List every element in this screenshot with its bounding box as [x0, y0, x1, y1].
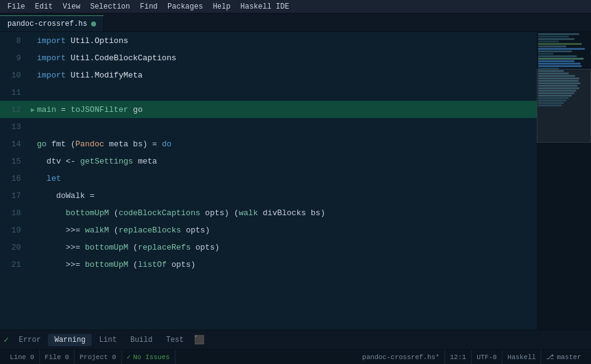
code-line: 17 doWalk =: [0, 187, 537, 204]
line-content: >>= bottomUpM (replaceRefs opts): [34, 243, 537, 252]
tab-modified-dot: [91, 22, 96, 26]
minimap-line: [538, 63, 581, 65]
editor-tab[interactable]: pandoc-crossref.hs: [0, 15, 104, 31]
status-position: 12:1: [445, 350, 472, 364]
line-number: 21: [0, 260, 31, 269]
code-line: 13: [0, 118, 537, 135]
status-issues-label: No Issues: [133, 354, 169, 361]
panel-folder-icon[interactable]: ⬛: [194, 334, 204, 345]
minimap-line: [538, 33, 579, 35]
panel-tab-lint[interactable]: Lint: [93, 334, 123, 346]
line-number: 18: [0, 208, 31, 218]
minimap-line: [538, 65, 582, 67]
line-content: bottomUpM (codeBlockCaptions opts) (walk…: [34, 208, 537, 218]
line-content: import Util.Options: [34, 36, 537, 46]
line-content: >>= bottomUpM (listOf opts): [34, 260, 537, 269]
menu-help[interactable]: Help: [208, 1, 236, 12]
line-content: main = toJSONFilter go: [34, 105, 537, 114]
menu-bar: File Edit View Selection Find Packages H…: [0, 0, 591, 14]
menu-find[interactable]: Find: [135, 1, 163, 12]
line-number: 9: [0, 53, 31, 63]
code-line: 16 let: [0, 170, 537, 187]
line-number: 13: [0, 122, 31, 132]
line-content: doWalk =: [34, 191, 537, 200]
minimap-line: [538, 46, 566, 47]
code-lines: 8import Util.Options9import Util.CodeBlo…: [0, 32, 537, 273]
git-icon: ⎇: [546, 353, 554, 361]
line-content: >>= walkM (replaceBlocks opts): [34, 226, 537, 235]
status-filename: pandoc-crossref.hs*: [357, 350, 444, 364]
minimap-viewport[interactable]: [537, 69, 591, 143]
status-encoding: UTF-8: [472, 350, 502, 364]
minimap-line: [538, 55, 577, 57]
code-line: 11: [0, 84, 537, 101]
status-language: Haskell: [502, 350, 541, 364]
status-project[interactable]: Project 0: [74, 350, 121, 364]
code-line: 14go fmt (Pandoc meta bs) = do: [0, 135, 537, 152]
minimap-line: [538, 60, 574, 62]
panel-checkmark-icon: ✓: [4, 334, 9, 345]
minimap-line: [538, 41, 559, 42]
code-line: 10import Util.ModifyMeta: [0, 66, 537, 84]
issues-check-icon: ✓: [127, 353, 131, 361]
minimap-line: [538, 38, 574, 40]
menu-selection[interactable]: Selection: [85, 1, 135, 12]
line-number: 10: [0, 71, 31, 80]
code-line: 18 bottomUpM (codeBlockCaptions opts) (w…: [0, 204, 537, 221]
line-number: 17: [0, 191, 31, 200]
editor-area: 8import Util.Options9import Util.CodeBlo…: [0, 32, 591, 330]
line-content: import Util.ModifyMeta: [34, 71, 537, 80]
line-content: dtv <- getSettings meta: [34, 157, 537, 166]
status-branch: ⎇ master: [541, 350, 586, 364]
status-issues[interactable]: ✓ No Issues: [122, 350, 175, 364]
status-bar: Line 0 File 0 Project 0 ✓ No Issues pand…: [0, 349, 591, 364]
code-line: 9import Util.CodeBlockCaptions: [0, 49, 537, 66]
code-line: 15 dtv <- getSettings meta: [0, 152, 537, 170]
menu-packages[interactable]: Packages: [163, 1, 208, 12]
minimap-line: [538, 50, 572, 52]
code-line: 8import Util.Options: [0, 32, 537, 49]
status-file[interactable]: File 0: [40, 350, 75, 364]
tab-bar: pandoc-crossref.hs: [0, 14, 591, 32]
code-line: 12▶main = toJSONFilter go: [0, 101, 537, 118]
line-number: 14: [0, 140, 31, 149]
line-number: 8: [0, 36, 31, 46]
minimap-line: [538, 48, 585, 50]
line-content: let: [34, 174, 537, 183]
code-line: 21 >>= bottomUpM (listOf opts): [0, 256, 537, 273]
minimap: [537, 32, 591, 330]
line-content: go fmt (Pandoc meta bs) = do: [34, 140, 537, 149]
code-editor[interactable]: 8import Util.Options9import Util.CodeBlo…: [0, 32, 537, 330]
status-branch-label: master: [557, 354, 581, 361]
code-line: 19 >>= walkM (replaceBlocks opts): [0, 221, 537, 239]
line-number: 16: [0, 174, 31, 183]
panel-tab-warning[interactable]: Warning: [48, 334, 91, 346]
minimap-line: [538, 43, 582, 45]
minimap-line: [538, 53, 553, 55]
line-number: 20: [0, 243, 31, 252]
menu-file[interactable]: File: [2, 1, 30, 12]
code-line: 20 >>= bottomUpM (replaceRefs opts): [0, 239, 537, 256]
status-line[interactable]: Line 0: [5, 350, 40, 364]
minimap-line: [538, 36, 569, 38]
menu-haskell-ide[interactable]: Haskell IDE: [235, 1, 294, 12]
line-number: 12: [0, 105, 31, 114]
panel-tab-error[interactable]: Error: [12, 334, 47, 346]
line-content: import Util.CodeBlockCaptions: [34, 53, 537, 63]
menu-edit[interactable]: Edit: [30, 1, 58, 12]
minimap-line: [538, 58, 584, 60]
panel-tab-build[interactable]: Build: [124, 334, 159, 346]
line-number: 15: [0, 157, 31, 166]
tab-filename: pandoc-crossref.hs: [7, 20, 87, 28]
line-number: 19: [0, 226, 31, 235]
menu-view[interactable]: View: [58, 1, 86, 12]
panel-tabs: ✓ Error Warning Lint Build Test ⬛: [0, 330, 591, 349]
line-number: 11: [0, 88, 31, 97]
panel-tab-test[interactable]: Test: [160, 334, 190, 346]
